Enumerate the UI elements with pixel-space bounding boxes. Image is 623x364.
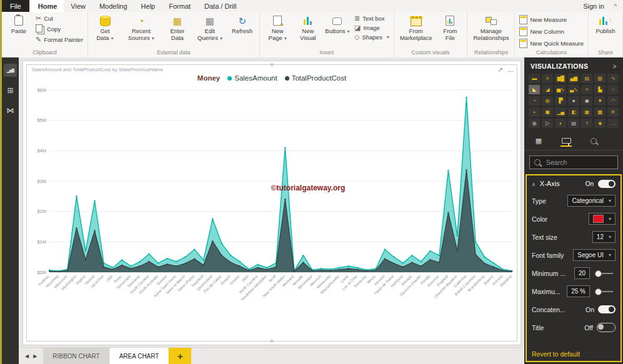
paste-button[interactable]: Paste xyxy=(5,12,32,35)
paginated-report-icon[interactable]: ▤ xyxy=(568,119,579,128)
legend-item-salesamount[interactable]: SalesAmount xyxy=(227,74,277,82)
model-view-button[interactable]: ⋈ xyxy=(4,104,17,117)
image-button[interactable]: ◪Image xyxy=(354,24,389,31)
ribbon-chart-icon[interactable]: ≈ xyxy=(581,85,592,94)
next-page-icon[interactable]: ▶ xyxy=(33,353,37,359)
line-and-clustered-column-chart-icon[interactable]: ▃∿ xyxy=(568,85,579,94)
line-and-stacked-column-chart-icon[interactable]: ▅∿ xyxy=(555,85,566,94)
matrix-icon[interactable]: ▩ xyxy=(594,107,606,117)
stacked-area-chart-icon[interactable]: ◢ xyxy=(542,85,553,94)
waterfall-chart-icon[interactable]: ▙ xyxy=(594,85,606,94)
enter-data-button[interactable]: ▦ Enter Data xyxy=(164,12,191,41)
manage-relationships-button[interactable]: Manage Relationships xyxy=(471,12,511,41)
get-more-visuals-icon[interactable]: … xyxy=(607,119,619,128)
x-axis-section-header[interactable]: X-Axis On xyxy=(527,175,621,192)
buttons-button[interactable]: Buttons xyxy=(324,12,351,35)
gauge-icon[interactable]: ◠ xyxy=(607,96,619,106)
new-quick-measure-button[interactable]: New Quick Measure xyxy=(519,39,584,48)
multi-row-card-icon[interactable]: ▣ xyxy=(542,107,553,117)
scatter-chart-icon[interactable]: ∴ xyxy=(607,85,619,94)
x-axis-toggle[interactable] xyxy=(598,180,616,188)
tab-format[interactable]: Format xyxy=(162,0,197,12)
treemap-icon[interactable]: ▛ xyxy=(555,96,566,106)
area-chart-icon[interactable]: ◣ xyxy=(529,85,540,94)
title-toggle[interactable] xyxy=(597,323,616,332)
report-view-button[interactable]: ▂▅▇ xyxy=(4,64,17,77)
clustered-bar-chart-icon[interactable]: ≡ xyxy=(542,74,553,83)
edit-queries-button[interactable]: ▦ Edit Queries xyxy=(193,12,227,42)
new-visual-button[interactable]: New Visual xyxy=(294,12,322,41)
refresh-button[interactable]: ↻ Refresh xyxy=(229,12,256,35)
revert-to-default-link[interactable]: Revert to default xyxy=(527,347,621,361)
qna-visual-icon[interactable]: ? xyxy=(581,119,592,128)
collapse-section-icon[interactable] xyxy=(532,180,536,187)
tab-home[interactable]: Home xyxy=(31,0,64,12)
maximum-slider[interactable] xyxy=(596,291,613,292)
tab-modeling[interactable]: Modeling xyxy=(92,0,134,12)
collapse-ribbon-icon[interactable]: ^ xyxy=(614,3,617,9)
powerapps-visual-icon[interactable]: ▷ xyxy=(542,119,553,128)
collapse-panel-icon[interactable]: > xyxy=(612,62,617,70)
search-input[interactable] xyxy=(545,158,613,167)
maximum-input[interactable]: 25 % xyxy=(567,285,590,297)
minimum-input[interactable]: 20 xyxy=(574,267,590,279)
stacked-column-chart-icon[interactable]: ▆█ xyxy=(555,74,566,83)
format-search-box[interactable] xyxy=(529,155,618,169)
map-icon[interactable]: ● xyxy=(568,96,579,106)
tab-file[interactable]: File xyxy=(2,0,29,12)
drag-grip-top-icon[interactable] xyxy=(270,62,273,67)
format-pane-tab[interactable] xyxy=(561,138,572,147)
more-options-icon[interactable]: … xyxy=(507,66,514,73)
page-tab-area-chart[interactable]: AREA CHART xyxy=(110,348,169,364)
new-column-button[interactable]: New Column xyxy=(519,27,584,36)
recent-sources-button[interactable]: ◔ Recent Sources xyxy=(121,12,162,42)
donut-chart-icon[interactable]: ◍ xyxy=(542,96,553,106)
prev-page-icon[interactable]: ◀ xyxy=(25,353,29,359)
type-dropdown[interactable]: Categorical xyxy=(567,195,616,207)
text-size-stepper[interactable]: 12 xyxy=(592,231,616,243)
get-data-button[interactable]: Get Data xyxy=(91,12,119,42)
table-icon[interactable]: ▦ xyxy=(581,107,592,117)
sign-in-link[interactable]: Sign in xyxy=(583,2,604,10)
new-page-tab-button[interactable]: + xyxy=(169,348,191,364)
copy-button[interactable]: Copy xyxy=(36,24,83,34)
text-box-button[interactable]: ≣Text box xyxy=(354,15,389,22)
kpi-icon[interactable]: ▁▄ xyxy=(555,107,566,117)
analytics-pane-tab[interactable] xyxy=(588,138,599,147)
from-marketplace-button[interactable]: From Marketplace xyxy=(397,12,435,41)
funnel-chart-icon[interactable]: ▼ xyxy=(594,96,606,106)
color-picker[interactable] xyxy=(589,213,616,225)
format-painter-button[interactable]: ✎Format Painter xyxy=(36,36,83,43)
filled-map-icon[interactable]: ◉ xyxy=(581,96,592,106)
new-page-button[interactable]: New Page xyxy=(263,12,292,42)
clustered-column-chart-icon[interactable]: ▄▆ xyxy=(568,74,579,83)
card-icon[interactable]: ▪ xyxy=(529,107,540,117)
data-view-button[interactable]: ⊞ xyxy=(4,84,17,97)
slicer-icon[interactable]: ◧ xyxy=(568,107,579,117)
pie-chart-icon[interactable]: ◔ xyxy=(529,96,540,106)
area-chart-visual[interactable]: ↗ … SalesAmount and TotalProductCost by … xyxy=(26,64,517,342)
cut-button[interactable]: ✂Cut xyxy=(36,15,83,22)
focus-mode-icon[interactable]: ↗ xyxy=(498,66,503,73)
font-family-dropdown[interactable]: Segoe UI xyxy=(573,249,616,261)
fields-pane-tab[interactable]: ▦ xyxy=(533,137,544,147)
r-script-visual-icon[interactable]: R xyxy=(607,107,619,117)
tab-view[interactable]: View xyxy=(64,0,92,12)
tab-help[interactable]: Help xyxy=(134,0,162,12)
100-stacked-bar-chart-icon[interactable]: ▤ xyxy=(581,74,592,83)
publish-button[interactable]: ↑ Publish xyxy=(592,12,619,35)
shapes-button[interactable]: ◇Shapes xyxy=(354,34,389,41)
legend-item-totalproductcost[interactable]: TotalProductCost xyxy=(285,74,347,82)
concatenate-toggle[interactable] xyxy=(598,305,616,313)
line-chart-icon[interactable]: ∿ xyxy=(607,74,619,83)
minimum-slider[interactable] xyxy=(596,273,613,274)
stacked-bar-chart-icon[interactable]: ▬ xyxy=(529,74,540,83)
shape-map-icon[interactable]: ◈ xyxy=(594,119,606,128)
arcgis-map-icon[interactable]: ◍ xyxy=(529,119,540,128)
key-influencers-icon[interactable]: ◐ xyxy=(555,119,566,128)
100-stacked-column-chart-icon[interactable]: ▥ xyxy=(594,74,606,83)
new-measure-button[interactable]: New Measure xyxy=(519,15,584,24)
page-tab-ribbon-chart[interactable]: RIBBON CHART xyxy=(43,348,109,364)
tab-data-drill[interactable]: Data / Drill xyxy=(197,0,243,12)
from-file-button[interactable]: From File xyxy=(436,12,464,41)
